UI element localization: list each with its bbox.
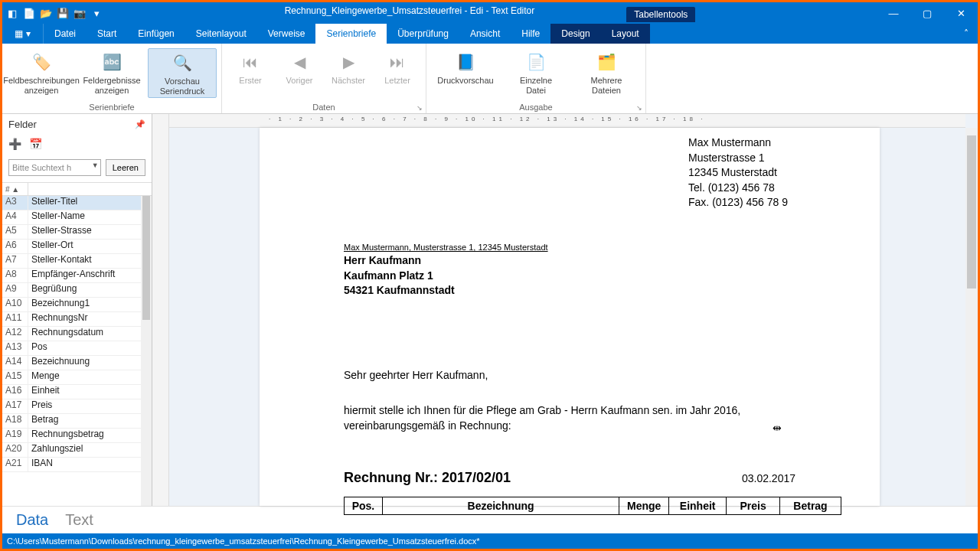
tab-verweise[interactable]: Verweise [257, 24, 316, 44]
field-row[interactable]: A18Betrag [2, 414, 152, 429]
screenshot-icon[interactable]: 📷 [73, 6, 87, 20]
print-preview-button[interactable]: 📘Druckvorschau [431, 48, 500, 87]
field-row[interactable]: A19Rechnungsbetrag [2, 429, 152, 443]
dialog-launcher-icon[interactable]: ↘ [636, 104, 642, 112]
chevron-down-icon[interactable]: ▼ [92, 161, 99, 169]
document-page[interactable]: Max MustermannMusterstrasse 112345 Muste… [260, 128, 880, 506]
field-row[interactable]: A12Rechnungsdatum [2, 327, 152, 341]
first-button: ⏮Erster [227, 48, 274, 87]
multi-file-button[interactable]: 🗂️MehrereDateien [572, 48, 641, 96]
field-desc-button[interactable]: 🏷️Feldbeschreibungenanzeigen [7, 48, 76, 96]
vertical-ruler[interactable] [152, 114, 169, 506]
table-header[interactable]: Pos. [345, 497, 383, 515]
multi-file-icon: 🗂️ [594, 50, 619, 74]
field-row[interactable]: A4Steller-Name [2, 210, 152, 225]
add-field-icon[interactable]: ➕ [8, 138, 21, 150]
return-address: Max Mustermann, Musterstrasse 1, 12345 M… [344, 243, 795, 252]
close-button[interactable]: ✕ [944, 2, 978, 24]
group-label: Daten↘ [227, 101, 421, 113]
pin-icon[interactable]: 📌 [135, 119, 145, 129]
field-grid-header[interactable]: # ▲ [2, 182, 152, 196]
last-button: ⏭Letzter [374, 48, 421, 87]
pane-title: Felder [8, 119, 37, 130]
editor-canvas[interactable]: · 1 · 2 · 3 · 4 · 5 · 6 · 7 · 8 · 9 · 10… [152, 114, 978, 506]
last-icon: ⏭ [385, 50, 410, 74]
group-label: Ausgabe↘ [431, 101, 641, 113]
preview-merge-icon: 🔍 [170, 51, 194, 75]
tab-datei[interactable]: Datei [44, 24, 87, 44]
next-button: ▶Nächster [325, 48, 372, 87]
file-tab[interactable]: ▦ ▾ [2, 24, 44, 44]
tab-ansicht[interactable]: Ansicht [459, 24, 511, 44]
table-header[interactable]: Bezeichnung [382, 497, 619, 515]
fields-pane: Felder 📌 ➕ 📅 Bitte Suchtext h ▼ Leeren #… [2, 114, 152, 506]
field-row[interactable]: A16Einheit [2, 385, 152, 399]
quick-access-toolbar: ◧ 📄 📂 💾 📷 ▾ [2, 6, 103, 20]
field-row[interactable]: A21IBAN [2, 458, 152, 472]
tab-hilfe[interactable]: Hilfe [511, 24, 550, 44]
table-header[interactable]: Preis [727, 497, 780, 515]
field-row[interactable]: A20Zahlungsziel [2, 443, 152, 458]
tab-seitenlayout[interactable]: Seitenlayout [185, 24, 257, 44]
salutation: Sehr geehrter Herr Kaufmann, [344, 369, 795, 381]
recipient-block: Herr KaufmannKaufmann Platz 154321 Kaufm… [344, 253, 795, 298]
field-row[interactable]: A9Begrüßung [2, 283, 152, 298]
tab-überprüfung[interactable]: Überprüfung [387, 24, 459, 44]
bottom-tab-text[interactable]: Text [65, 511, 93, 529]
context-tab-title: Tabellentools [626, 7, 695, 22]
minimize-button[interactable]: — [877, 2, 910, 24]
field-results-button[interactable]: 🔤Feldergebnisseanzeigen [77, 48, 146, 96]
new-icon[interactable]: 📄 [22, 6, 36, 20]
invoice-table[interactable]: Pos.BezeichnungMengeEinheitPreisBetrag [344, 497, 841, 515]
titlebar: ◧ 📄 📂 💾 📷 ▾ Rechnung_Kleingewerbe_Umsatz… [2, 2, 978, 24]
field-row[interactable]: A5Steller-Strasse [2, 225, 152, 240]
table-header[interactable]: Betrag [780, 497, 841, 515]
horizontal-ruler[interactable]: · 1 · 2 · 3 · 4 · 5 · 6 · 7 · 8 · 9 · 10… [169, 114, 965, 128]
app-icon[interactable]: ◧ [5, 6, 19, 20]
qat-more-icon[interactable]: ▾ [90, 6, 103, 20]
editor-scrollbar[interactable] [965, 128, 978, 506]
tab-start[interactable]: Start [87, 24, 127, 44]
field-results-icon: 🔤 [100, 50, 124, 74]
calendar-icon[interactable]: 📅 [29, 138, 42, 150]
field-row[interactable]: A15Menge [2, 370, 152, 385]
bottom-tab-data[interactable]: Data [16, 511, 48, 529]
collapse-ribbon-icon[interactable]: ˄ [955, 24, 978, 44]
field-row[interactable]: A17Preis [2, 399, 152, 414]
field-row[interactable]: A3Steller-Titel [2, 196, 152, 210]
single-file-button[interactable]: 📄EinzelneDatei [501, 48, 570, 96]
tab-einfügen[interactable]: Einfügen [127, 24, 185, 44]
field-row[interactable]: A10Bezeichnung1 [2, 298, 152, 312]
invoice-number: Rechnung Nr.: 2017/02/01 [344, 470, 511, 486]
field-row[interactable]: A13Pos [2, 341, 152, 356]
statusbar: C:\Users\Mustermann\Downloads\rechnung_k… [2, 533, 978, 549]
field-row[interactable]: A6Steller-Ort [2, 240, 152, 254]
field-row[interactable]: A7Steller-Kontakt [2, 254, 152, 269]
tab-layout[interactable]: Layout [601, 24, 650, 44]
next-icon: ▶ [336, 50, 361, 74]
clear-button[interactable]: Leeren [106, 159, 145, 176]
field-row[interactable]: A14Bezeichnuung [2, 356, 152, 370]
table-header[interactable]: Menge [619, 497, 669, 515]
field-row[interactable]: A8Empfänger-Anschrift [2, 269, 152, 283]
field-list[interactable]: A3Steller-TitelA4Steller-NameA5Steller-S… [2, 196, 152, 506]
save-icon[interactable]: 💾 [56, 6, 70, 20]
search-input[interactable]: Bitte Suchtext h ▼ [8, 159, 101, 176]
document-title: Rechnung_Kleingewerbe_Umsatzsteuerfrei -… [285, 5, 535, 21]
first-icon: ⏮ [238, 50, 263, 74]
table-header[interactable]: Einheit [669, 497, 727, 515]
open-icon[interactable]: 📂 [39, 6, 53, 20]
field-desc-icon: 🏷️ [29, 50, 54, 74]
tab-serienbriefe[interactable]: Serienbriefe [315, 24, 387, 44]
print-preview-icon: 📘 [453, 50, 478, 74]
maximize-button[interactable]: ▢ [910, 2, 944, 24]
preview-merge-button[interactable]: 🔍VorschauSeriendruck [148, 48, 217, 98]
ribbon: 🏷️Feldbeschreibungenanzeigen🔤Feldergebni… [2, 44, 978, 114]
group-label: Serienbriefe [7, 101, 217, 113]
field-row[interactable]: A11RechnungsNr [2, 312, 152, 327]
fieldlist-scrollbar[interactable] [141, 196, 152, 506]
prev-icon: ◀ [287, 50, 312, 74]
ribbon-tabstrip: ▦ ▾ DateiStartEinfügenSeitenlayoutVerwei… [2, 24, 978, 44]
tab-design[interactable]: Design [550, 24, 600, 44]
dialog-launcher-icon[interactable]: ↘ [416, 104, 423, 112]
